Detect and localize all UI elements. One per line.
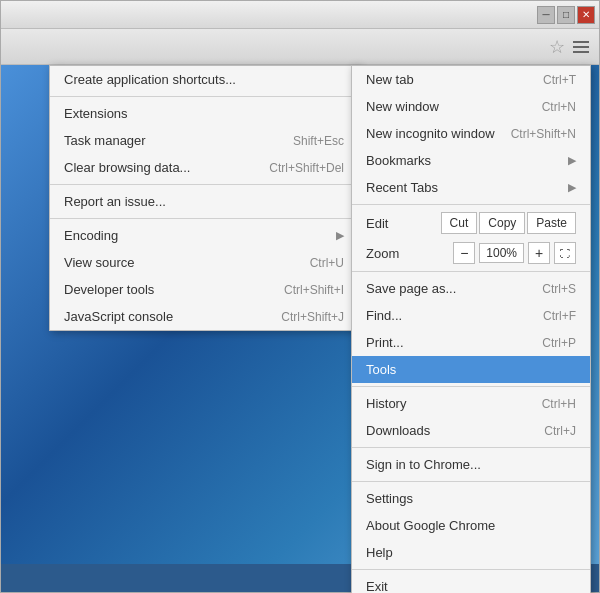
- tools-submenu: Create application shortcuts... Extensio…: [49, 65, 359, 331]
- submenu-item-extensions[interactable]: Extensions: [50, 100, 358, 127]
- menu-item-about[interactable]: About Google Chrome: [352, 512, 590, 539]
- menu-item-new-incognito[interactable]: New incognito window Ctrl+Shift+N: [352, 120, 590, 147]
- chrome-menu-button[interactable]: [569, 35, 593, 59]
- submenu-item-developer-tools[interactable]: Developer tools Ctrl+Shift+I: [50, 276, 358, 303]
- submenu-item-create-shortcuts[interactable]: Create application shortcuts...: [50, 66, 358, 93]
- submenu-item-encoding[interactable]: Encoding ▶: [50, 222, 358, 249]
- zoom-row: Zoom − 100% + ⛶: [352, 238, 590, 268]
- submenu-item-view-source[interactable]: View source Ctrl+U: [50, 249, 358, 276]
- menu-item-settings[interactable]: Settings: [352, 485, 590, 512]
- paste-button[interactable]: Paste: [527, 212, 576, 234]
- maximize-button[interactable]: □: [557, 6, 575, 24]
- menu-item-help[interactable]: Help: [352, 539, 590, 566]
- minimize-button[interactable]: ─: [537, 6, 555, 24]
- zoom-out-button[interactable]: −: [453, 242, 475, 264]
- menu-item-print[interactable]: Print... Ctrl+P: [352, 329, 590, 356]
- edit-label: Edit: [366, 216, 439, 231]
- submenu-item-javascript-console[interactable]: JavaScript console Ctrl+Shift+J: [50, 303, 358, 330]
- edit-row: Edit Cut Copy Paste: [352, 208, 590, 238]
- menu-item-recent-tabs[interactable]: Recent Tabs ▶: [352, 174, 590, 201]
- bookmark-star-icon[interactable]: ☆: [549, 36, 565, 58]
- submenu-divider-1: [50, 96, 358, 97]
- menu-item-find[interactable]: Find... Ctrl+F: [352, 302, 590, 329]
- title-bar: ─ □ ✕: [1, 1, 599, 29]
- copy-button[interactable]: Copy: [479, 212, 525, 234]
- submenu-item-clear-browsing[interactable]: Clear browsing data... Ctrl+Shift+Del: [50, 154, 358, 181]
- menu-item-exit[interactable]: Exit: [352, 573, 590, 593]
- menu-divider-6: [352, 569, 590, 570]
- menu-divider-3: [352, 386, 590, 387]
- zoom-label: Zoom: [366, 246, 449, 261]
- menu-divider-2: [352, 271, 590, 272]
- toolbar: ☆: [1, 29, 599, 65]
- menu-divider-4: [352, 447, 590, 448]
- submenu-item-report-issue[interactable]: Report an issue...: [50, 188, 358, 215]
- menu-divider-5: [352, 481, 590, 482]
- main-menu: New tab Ctrl+T New window Ctrl+N New inc…: [351, 65, 591, 593]
- submenu-divider-3: [50, 218, 358, 219]
- submenu-divider-2: [50, 184, 358, 185]
- menu-item-new-tab[interactable]: New tab Ctrl+T: [352, 66, 590, 93]
- menu-divider-1: [352, 204, 590, 205]
- menu-item-bookmarks[interactable]: Bookmarks ▶: [352, 147, 590, 174]
- menu-item-downloads[interactable]: Downloads Ctrl+J: [352, 417, 590, 444]
- menu-item-tools[interactable]: Tools: [352, 356, 590, 383]
- zoom-in-button[interactable]: +: [528, 242, 550, 264]
- zoom-value: 100%: [479, 243, 524, 263]
- close-button[interactable]: ✕: [577, 6, 595, 24]
- menu-item-sign-in[interactable]: Sign in to Chrome...: [352, 451, 590, 478]
- menu-item-save-page[interactable]: Save page as... Ctrl+S: [352, 275, 590, 302]
- browser-window: ─ □ ✕ ☆ Support Browse the inter... Brow…: [0, 0, 600, 593]
- cut-button[interactable]: Cut: [441, 212, 478, 234]
- fullscreen-button[interactable]: ⛶: [554, 242, 576, 264]
- menu-item-new-window[interactable]: New window Ctrl+N: [352, 93, 590, 120]
- menu-item-history[interactable]: History Ctrl+H: [352, 390, 590, 417]
- submenu-item-task-manager[interactable]: Task manager Shift+Esc: [50, 127, 358, 154]
